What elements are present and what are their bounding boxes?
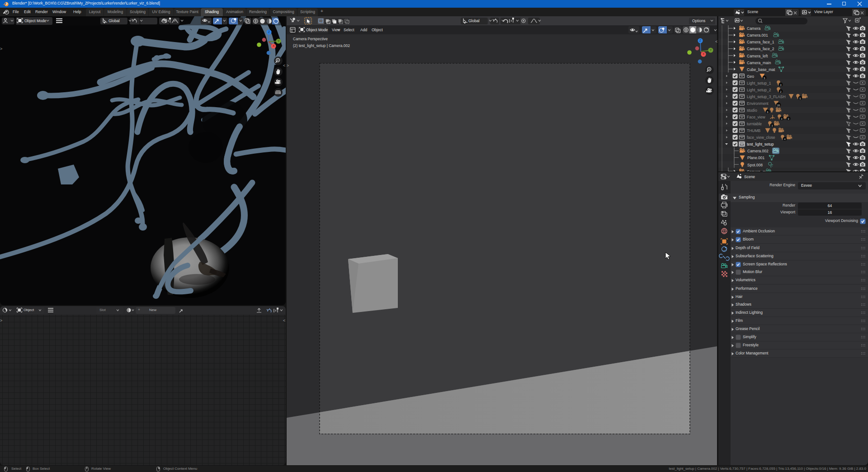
svg-text:Geo: Geo [747, 74, 754, 79]
svg-text:Camera_m: Camera_m [747, 170, 766, 171]
svg-text:X: X [703, 52, 705, 56]
svg-text:Environment: Environment [747, 101, 769, 106]
svg-text:test_light_setup: test_light_setup [747, 142, 774, 146]
svg-text:Spot.008: Spot.008 [747, 163, 763, 167]
svg-text:Plane.001: Plane.001 [747, 156, 765, 160]
svg-text:Light_setup_2: Light_setup_2 [747, 88, 771, 92]
svg-text:Z: Z [268, 30, 270, 33]
svg-text:Scene: Scene [744, 175, 755, 179]
svg-text:Z: Z [699, 39, 702, 42]
svg-text:THUMB: THUMB [747, 128, 761, 133]
svg-text:Camera_face_1: Camera_face_1 [747, 40, 774, 44]
svg-text:Camera.001: Camera.001 [747, 33, 768, 38]
svg-text:Camera: Camera [747, 26, 761, 31]
svg-text:Camera_left: Camera_left [747, 54, 768, 58]
svg-text:Y: Y [278, 39, 280, 42]
svg-text:Light_setup_3_FLASH: Light_setup_3_FLASH [747, 94, 786, 99]
svg-text:Face_view: Face_view [747, 115, 765, 119]
svg-text:Camera.002: Camera.002 [747, 149, 769, 153]
svg-text:Light_setup_1: Light_setup_1 [747, 81, 771, 85]
svg-text:Y: Y [710, 48, 712, 52]
svg-text:turntable: turntable [747, 122, 762, 126]
svg-text:studio: studio [747, 108, 757, 113]
svg-text:X: X [273, 44, 275, 47]
svg-text:Cube_base_mat: Cube_base_mat [747, 67, 775, 72]
svg-text:Camera_face_2: Camera_face_2 [747, 47, 774, 51]
svg-text:Camera_main: Camera_main [747, 61, 771, 65]
svg-text:26: 26 [777, 104, 780, 107]
svg-text:face_view_close: face_view_close [747, 135, 775, 140]
